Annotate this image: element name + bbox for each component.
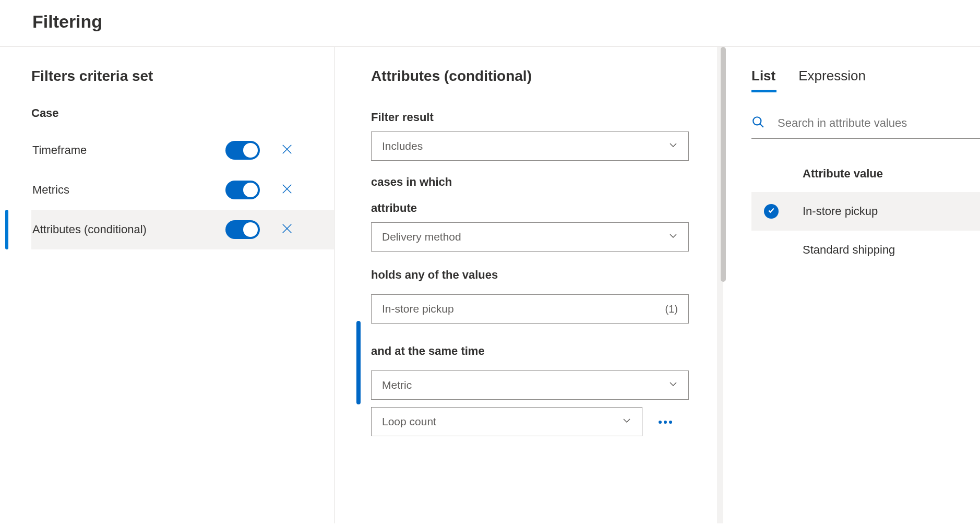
toggle-timeframe[interactable] — [225, 141, 260, 160]
select-value: Metric — [382, 379, 412, 391]
filter-result-select[interactable]: Includes — [371, 132, 689, 161]
chevron-down-icon — [622, 415, 631, 428]
select-value: Loop count — [382, 415, 436, 428]
filter-label: Metrics — [32, 183, 225, 197]
select-value: Delivery method — [382, 231, 461, 243]
attribute-value-label: Standard shipping — [803, 243, 895, 257]
close-icon — [281, 223, 293, 236]
values-panel: List Expression Attribute value In-store… — [720, 47, 980, 523]
svg-point-8 — [669, 421, 672, 424]
svg-point-9 — [753, 117, 761, 125]
filter-row-metrics[interactable]: Metrics — [31, 170, 334, 210]
cases-in-which-label: cases in which — [371, 175, 689, 189]
metric-category-select[interactable]: Metric — [371, 370, 689, 400]
page-title: Filtering — [32, 11, 948, 32]
remove-filter-button[interactable] — [279, 182, 295, 198]
svg-line-10 — [760, 124, 763, 127]
remove-filter-button[interactable] — [279, 221, 295, 238]
holds-values-label: holds any of the values — [371, 268, 689, 282]
tab-expression[interactable]: Expression — [798, 68, 866, 89]
filter-detail-panel: Attributes (conditional) Filter result I… — [334, 47, 720, 523]
chevron-down-icon — [668, 231, 678, 243]
filter-row-timeframe[interactable]: Timeframe — [31, 130, 334, 170]
attribute-value-row[interactable]: Standard shipping — [751, 231, 980, 269]
check-icon — [768, 207, 775, 216]
attribute-select[interactable]: Delivery method — [371, 222, 689, 252]
detail-panel-title: Attributes (conditional) — [371, 68, 689, 85]
chevron-down-icon — [668, 140, 678, 152]
filter-label: Attributes (conditional) — [32, 223, 225, 236]
close-icon — [281, 144, 293, 157]
checkbox-checked[interactable] — [764, 204, 779, 219]
more-horizontal-icon — [658, 417, 673, 426]
values-multiselect[interactable]: In-store pickup (1) — [371, 294, 689, 324]
toggle-metrics[interactable] — [225, 181, 260, 199]
attribute-value-row[interactable]: In-store pickup — [751, 192, 980, 231]
more-options-button[interactable] — [655, 411, 676, 432]
attribute-value-label: In-store pickup — [803, 205, 878, 218]
selected-count: (1) — [665, 303, 678, 315]
checkbox-unchecked[interactable] — [764, 243, 779, 257]
toggle-attributes[interactable] — [225, 220, 260, 239]
search-icon — [751, 115, 765, 131]
sidebar-group-label: Case — [31, 106, 334, 120]
close-icon — [281, 183, 293, 197]
chevron-down-icon — [668, 379, 678, 391]
remove-filter-button[interactable] — [279, 142, 295, 159]
filter-row-attributes-conditional[interactable]: Attributes (conditional) — [31, 210, 334, 249]
filter-label: Timeframe — [32, 144, 225, 157]
select-value: In-store pickup — [382, 303, 454, 315]
search-input[interactable] — [778, 116, 980, 130]
tab-list[interactable]: List — [751, 68, 775, 89]
metric-select[interactable]: Loop count — [371, 407, 642, 436]
svg-point-6 — [659, 421, 662, 424]
sidebar-section-title: Filters criteria set — [31, 68, 334, 85]
filters-sidebar: Filters criteria set Case Timeframe Metr… — [0, 47, 334, 523]
attribute-label: attribute — [371, 201, 689, 215]
group-accent-bar — [356, 321, 361, 404]
and-same-time-label: and at the same time — [371, 344, 689, 358]
svg-point-7 — [664, 421, 667, 424]
filter-result-label: Filter result — [371, 111, 689, 124]
select-value: Includes — [382, 140, 423, 152]
attribute-value-header: Attribute value — [751, 167, 980, 181]
